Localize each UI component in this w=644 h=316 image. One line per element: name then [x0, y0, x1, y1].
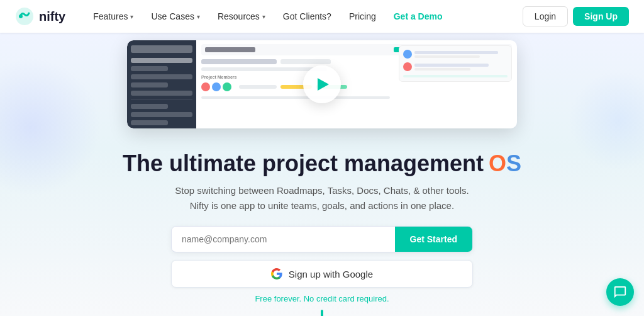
- chevron-down-icon: ▾: [262, 13, 265, 20]
- nav-resources[interactable]: Resources ▾: [210, 8, 273, 25]
- bottom-indicator: [321, 310, 323, 316]
- logo-icon: [15, 7, 34, 26]
- os-badge: OS: [489, 150, 521, 177]
- play-icon: [318, 78, 329, 91]
- svg-point-0: [16, 8, 33, 25]
- email-form: Get Started: [171, 226, 473, 252]
- navbar: nifty Features ▾ Use Cases ▾ Resources ▾…: [0, 0, 644, 33]
- play-button[interactable]: [303, 65, 341, 103]
- google-signup-button[interactable]: Sign up with Google: [171, 260, 473, 288]
- introducing-label: INTRODUCING: [291, 127, 353, 128]
- svg-point-1: [19, 14, 23, 18]
- nav-got-clients[interactable]: Got Clients?: [275, 8, 339, 25]
- nav-get-demo[interactable]: Get a Demo: [386, 8, 450, 25]
- nav-features[interactable]: Features ▾: [86, 8, 141, 25]
- chat-icon: [613, 285, 627, 299]
- blob-left: [0, 58, 101, 196]
- chat-bubble[interactable]: [606, 278, 634, 306]
- hero-heading: The ultimate project management OS: [123, 150, 521, 177]
- nav-actions: Login Sign Up: [523, 6, 629, 26]
- nav-links: Features ▾ Use Cases ▾ Resources ▾ Got C…: [86, 8, 523, 25]
- nav-pricing[interactable]: Pricing: [341, 8, 384, 25]
- email-input[interactable]: [172, 227, 395, 252]
- app-sidebar: [127, 40, 196, 128]
- google-icon: [271, 268, 282, 279]
- signup-button[interactable]: Sign Up: [573, 7, 629, 26]
- nav-use-cases[interactable]: Use Cases ▾: [143, 8, 207, 25]
- app-main: Project Members: [196, 40, 517, 128]
- hero-subtext: Stop switching between Roadmaps, Tasks, …: [175, 183, 469, 213]
- hero-section: Project Members: [0, 33, 644, 316]
- blob-right: [569, 71, 644, 171]
- free-text: Free forever. No credit card required.: [255, 294, 389, 303]
- logo-text: nifty: [39, 9, 65, 24]
- chevron-down-icon: ▾: [130, 13, 133, 20]
- get-started-button[interactable]: Get Started: [395, 227, 472, 252]
- app-screenshot: Project Members: [127, 40, 517, 128]
- chevron-down-icon: ▾: [197, 13, 200, 20]
- logo[interactable]: nifty: [15, 7, 65, 26]
- login-button[interactable]: Login: [523, 6, 568, 26]
- bottom-bar: [321, 310, 323, 316]
